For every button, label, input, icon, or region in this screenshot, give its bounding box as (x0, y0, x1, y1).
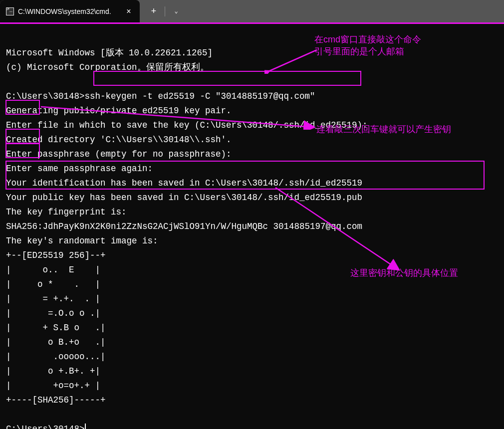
command: ssh-keygen -t ed25519 -C "3014885197@qq.… (85, 91, 315, 101)
prompt: C:\Users\30148> (6, 91, 85, 101)
output-line: Generating public/private ed25519 key pa… (6, 106, 232, 116)
output-enter-word: Enter (6, 164, 32, 174)
output-saved-id: Your identification has been saved in C:… (6, 178, 362, 188)
output-enter-word: Enter (6, 120, 32, 130)
titlebar-actions: + ⌄ (140, 0, 186, 22)
randomart-line: | o.. E | (6, 265, 100, 275)
randomart-line: | o * . | (6, 279, 100, 289)
cmd-icon (6, 7, 14, 15)
randomart-line: | o B.+o .| (6, 337, 106, 347)
output-saved-pub: Your public key has been saved in C:\Use… (6, 193, 362, 203)
annotation-paths: 这里密钥和公钥的具体位置 (350, 267, 458, 279)
tab-title: C:\WINDOWS\system32\cmd. (18, 7, 120, 15)
annotation-enter: 连着敲三次回车键就可以产生密钥 (316, 123, 451, 135)
banner-line: Microsoft Windows [版本 10.0.22621.1265] (6, 48, 213, 58)
divider (165, 6, 165, 16)
banner-line: (c) Microsoft Corporation。保留所有权利。 (6, 62, 209, 72)
randomart-line: | =.O.o o .| (6, 308, 100, 318)
randomart-line: +----[SHA256]-----+ (6, 395, 106, 405)
tab[interactable]: C:\WINDOWS\system32\cmd. × (0, 0, 140, 22)
randomart-line: | o +.B+. +| (6, 366, 100, 376)
close-tab-button[interactable]: × (124, 6, 134, 16)
prompt: C:\Users\30148> (6, 424, 85, 429)
randomart-line: | +o=o+.+ | (6, 381, 100, 391)
randomart-line: | = +.+. . | (6, 294, 100, 304)
output-line: The key's randomart image is: (6, 236, 158, 246)
randomart-line: | + S.B o .| (6, 323, 106, 333)
titlebar: C:\WINDOWS\system32\cmd. × + ⌄ (0, 0, 504, 24)
new-tab-button[interactable]: + (144, 1, 164, 21)
randomart-line: +--[ED25519 256]--+ (6, 250, 106, 260)
dropdown-button[interactable]: ⌄ (166, 1, 186, 21)
output-line: passphrase (empty for no passphrase): (32, 149, 232, 159)
terminal[interactable]: Microsoft Windows [版本 10.0.22621.1265] (… (0, 25, 504, 429)
annotation-command: 在cmd窗口直接敲这个命令引号里面的是个人邮箱 (314, 33, 421, 57)
output-line: SHA256:JdhPayK9nX2K0ni2ZzNsG2ACjWSlO91Yn… (6, 221, 362, 231)
cursor (85, 424, 86, 429)
output-line: same passphrase again: (32, 164, 153, 174)
output-line: The key fingerprint is: (6, 207, 127, 217)
randomart-line: | .ooooo...| (6, 352, 106, 362)
output-line: Created directory 'C:\\Users\\30148\\.ss… (6, 135, 232, 145)
output-enter-word: Enter (6, 149, 32, 159)
